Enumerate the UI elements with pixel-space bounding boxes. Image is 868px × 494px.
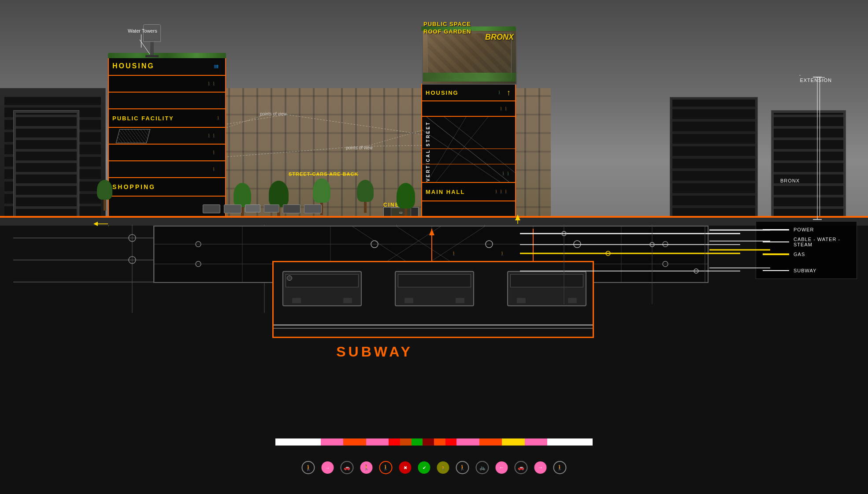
olive-circle-glyph: 🚶 (441, 465, 446, 470)
segment-white-1 (275, 438, 321, 446)
segment-pink-3 (456, 438, 479, 446)
up-arrow: ↑ (507, 88, 511, 97)
legend-gas: GAS (763, 252, 850, 257)
cable-line-indicator (763, 241, 789, 242)
subway-legend-text: SUBWAY (794, 268, 816, 273)
tree-center-1 (269, 181, 289, 220)
bronx-image: BRONX (422, 27, 517, 85)
legend-subway: SUBWAY (763, 268, 850, 273)
floor-5: 🚶‍♂️🚶‍♂️ (109, 128, 225, 145)
legend-power: POWER (763, 227, 850, 232)
shopping-label: SHOPPING (112, 183, 156, 190)
points-of-view-1: points of view (260, 109, 287, 117)
icon-cycle: 🚲 (476, 461, 489, 474)
tree-left-2 (234, 183, 251, 220)
icon-pink-arrow: 🚶 (360, 461, 373, 474)
people-icon-1: 👥 (214, 64, 219, 68)
color-bar (275, 438, 593, 446)
people-r4: 🚶🚶🚶 (494, 189, 508, 194)
subway-label-container: SUBWAY (336, 344, 413, 360)
ped-gray-glyph: 🚶 (459, 464, 466, 471)
bronx-postcard: BRONX (485, 33, 514, 42)
pedestrian-1-glyph: 🚶 (305, 464, 312, 471)
tree-center-3 (357, 180, 374, 213)
cycle-glyph: 🚲 (479, 465, 486, 471)
building-right-bg (670, 97, 758, 220)
arrow-pink-glyph: ← (499, 464, 504, 471)
subway-car-2 (395, 271, 474, 306)
tree-right-1 (397, 183, 415, 219)
car-2-glyph: 🚗 (518, 464, 524, 471)
vehicle-3 (245, 204, 260, 212)
pink-arrow-glyph: 🚶 (363, 464, 370, 471)
pink-1-glyph: → (326, 465, 330, 470)
subway-main-label: SUBWAY (336, 344, 413, 360)
people-4: 🚶‍♂️🚶‍♂️ (207, 134, 216, 138)
vehicle-4 (264, 204, 279, 212)
segment-white-2 (547, 438, 593, 446)
svg-marker-45 (429, 229, 434, 235)
vegetation-roof (423, 73, 516, 82)
subway-rail-2 (274, 328, 593, 329)
segment-orange-3 (434, 438, 445, 446)
icon-pink-1: → (322, 461, 334, 474)
people-r2: 🚶🚶 (499, 107, 508, 111)
cable-water-text: CABLE - WATER - STEAM (794, 237, 850, 247)
icon-car-1: 🚗 (341, 461, 354, 474)
icon-ped-red: 🚶 (379, 461, 393, 474)
right-floor-4 (422, 149, 515, 164)
vehicles-row (203, 204, 322, 213)
power-line-indicator (763, 229, 789, 230)
main-hall-label: MAIN HALL (426, 189, 465, 195)
icon-arrow-pink: ← (496, 461, 508, 474)
transport-icons-row: 🚶 → 🚗 🚶 🚶 ✖ ✔ 🚶 🚶 (302, 461, 567, 474)
subway-box (272, 261, 594, 338)
icon-olive-circle: 🚶 (437, 461, 449, 474)
right-floor-main-hall: MAIN HALL 🚶🚶🚶 (422, 183, 515, 201)
housing-label: HOUSING (112, 62, 155, 70)
people-6: 🚶 (211, 167, 216, 171)
icon-pink-right: → (534, 461, 547, 474)
legend-spacer (763, 261, 850, 268)
gas-line-indicator (763, 253, 789, 255)
segment-orange-2 (400, 438, 412, 446)
extension-bracket-line (820, 77, 820, 220)
segment-green-1 (412, 438, 423, 446)
bronx-label: BRONX (780, 178, 800, 183)
subway-car-3 (507, 271, 586, 306)
svg-text:🚶: 🚶 (500, 251, 505, 256)
icon-car-2: 🚗 (515, 461, 528, 474)
points-of-view-2: points of view (346, 143, 373, 151)
floor-2: 🚶‍♂️🚶‍♂️ (109, 76, 225, 93)
floor-shopping: SHOPPING (109, 178, 225, 197)
subway-rail-1 (274, 324, 593, 326)
icon-ped-final: 🚶 (553, 461, 567, 474)
subway-car-1 (282, 271, 362, 306)
floor-housing-1: HOUSING 👥 (109, 57, 225, 76)
pink-right-glyph: → (538, 464, 543, 471)
floor-6: 🚶 (109, 145, 225, 161)
building-right-main-body: BRONX HOUSING ↑ 🚶‍♂️ 🚶🚶 VERTIC (421, 84, 516, 223)
right-housing-label: HOUSING (426, 89, 459, 96)
building-left-main-body: HOUSING 👥 🚶‍♂️🚶‍♂️ PUBLIC FACILITY 🚶 🚶‍♂… (108, 56, 226, 224)
tree-left-1 (97, 180, 112, 211)
icon-red-circle: ✖ (399, 461, 412, 474)
segment-yellow (502, 438, 524, 446)
car-1-glyph: 🚗 (344, 464, 350, 471)
floor-7: 🚶 (109, 161, 225, 178)
gas-text: GAS (794, 252, 805, 257)
vehicle-1 (203, 204, 220, 213)
street-cars-container: STREET-CARS ARE BACK (289, 170, 358, 178)
svg-text:🚶: 🚶 (451, 251, 457, 256)
legend-cable-water: CABLE - WATER - STEAM (763, 237, 850, 247)
ped-red-glyph: 🚶 (382, 464, 389, 471)
floor-3 (109, 93, 225, 109)
ped-final-glyph: 🚶 (556, 464, 563, 471)
vehicle-5 (283, 204, 300, 213)
subway-line-indicator (763, 270, 789, 271)
segment-pink-1 (321, 438, 343, 446)
vehicle-6 (304, 204, 322, 213)
water-tower-label: Water Towers (128, 26, 157, 48)
right-floor-3 (422, 134, 515, 149)
segment-orange-1 (343, 438, 366, 446)
